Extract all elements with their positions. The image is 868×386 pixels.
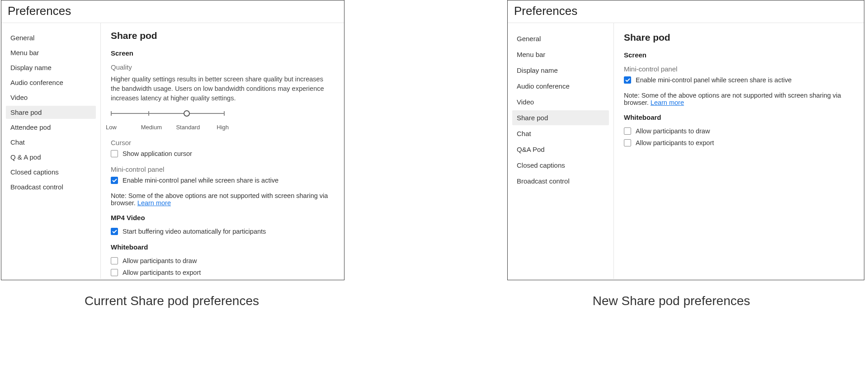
- quality-description: Higher quality settings results in bette…: [111, 75, 334, 103]
- sidebar-item-chat[interactable]: Chat: [6, 136, 96, 149]
- wb-export-label: Allow participants to export: [123, 269, 201, 276]
- mini-control-heading: Mini-control panel: [111, 165, 334, 173]
- slider-labels: Low Medium Standard High: [106, 124, 229, 131]
- page-heading: Share pod: [624, 32, 854, 43]
- learn-more-link[interactable]: Learn more: [651, 99, 684, 106]
- note-text: Note: Some of the above options are not …: [111, 192, 334, 207]
- wb-draw-checkbox[interactable]: [111, 257, 118, 264]
- content-left: Share pod Screen Quality Higher quality …: [101, 23, 344, 279]
- mini-control-checkbox[interactable]: [624, 76, 631, 84]
- wb-draw-label: Allow participants to draw: [636, 127, 710, 135]
- wb-export-label: Allow participants to export: [636, 139, 714, 146]
- sidebar-item-audioconf[interactable]: Audio conference: [6, 76, 96, 89]
- sidebar-right: General Menu bar Display name Audio conf…: [508, 23, 614, 279]
- sidebar-item-sharepod[interactable]: Share pod: [512, 110, 609, 125]
- sidebar-left: General Menu bar Display name Audio conf…: [1, 23, 101, 279]
- caption-current: Current Share pod preferences: [0, 294, 344, 308]
- sidebar-item-video[interactable]: Video: [512, 94, 609, 109]
- panel-title: Preferences: [1, 0, 344, 23]
- sidebar-item-chat[interactable]: Chat: [512, 126, 609, 141]
- sidebar-item-displayname[interactable]: Display name: [512, 63, 609, 78]
- sidebar-item-audioconf[interactable]: Audio conference: [512, 79, 609, 94]
- sidebar-item-menubar[interactable]: Menu bar: [512, 47, 609, 62]
- new-preferences-panel: Preferences General Menu bar Display nam…: [507, 0, 864, 280]
- page-heading: Share pod: [111, 30, 334, 41]
- sidebar-item-qapod[interactable]: Q&A Pod: [512, 142, 609, 157]
- sidebar-item-menubar[interactable]: Menu bar: [6, 46, 96, 59]
- wb-export-checkbox[interactable]: [624, 139, 631, 146]
- caption-new: New Share pod preferences: [493, 294, 850, 308]
- quality-slider[interactable]: [111, 109, 224, 121]
- sidebar-item-video[interactable]: Video: [6, 91, 96, 104]
- sidebar-item-closedcaptions[interactable]: Closed captions: [512, 158, 609, 173]
- learn-more-link[interactable]: Learn more: [137, 199, 171, 207]
- wb-draw-checkbox[interactable]: [624, 127, 631, 135]
- wb-draw-label: Allow participants to draw: [123, 257, 197, 264]
- sidebar-item-attendeepod[interactable]: Attendee pod: [6, 121, 96, 134]
- sidebar-item-broadcast[interactable]: Broadcast control: [512, 174, 609, 188]
- sidebar-item-closedcaptions[interactable]: Closed captions: [6, 165, 96, 179]
- sidebar-item-general[interactable]: General: [6, 31, 96, 44]
- mp4-buffer-label: Start buffering video automatically for …: [123, 228, 266, 235]
- screen-heading: Screen: [111, 49, 334, 57]
- panel-title: Preferences: [508, 0, 864, 23]
- screen-heading: Screen: [624, 51, 854, 59]
- note-text: Note: Some of the above options are not …: [624, 92, 854, 106]
- slider-handle[interactable]: [184, 110, 190, 117]
- quality-heading: Quality: [111, 63, 334, 71]
- current-preferences-panel: Preferences General Menu bar Display nam…: [1, 0, 344, 280]
- mini-control-heading: Mini-control panel: [624, 65, 854, 73]
- whiteboard-heading: Whiteboard: [111, 243, 334, 251]
- sidebar-item-general[interactable]: General: [512, 31, 609, 46]
- mp4-buffer-checkbox[interactable]: [111, 228, 118, 235]
- whiteboard-heading: Whiteboard: [624, 113, 854, 121]
- show-cursor-label: Show application cursor: [123, 150, 192, 157]
- mini-control-checkbox[interactable]: [111, 177, 118, 184]
- content-right: Share pod Screen Mini-control panel Enab…: [614, 23, 864, 279]
- show-cursor-checkbox[interactable]: [111, 150, 118, 157]
- cursor-heading: Cursor: [111, 139, 334, 146]
- mini-control-label: Enable mini-control panel while screen s…: [123, 177, 278, 184]
- sidebar-item-qapod[interactable]: Q & A pod: [6, 151, 96, 164]
- mp4-heading: MP4 Video: [111, 214, 334, 221]
- sidebar-item-displayname[interactable]: Display name: [6, 61, 96, 74]
- sidebar-item-broadcast[interactable]: Broadcast control: [6, 180, 96, 193]
- wb-export-checkbox[interactable]: [111, 269, 118, 276]
- sidebar-item-sharepod[interactable]: Share pod: [6, 106, 96, 119]
- mini-control-label: Enable mini-control panel while screen s…: [636, 76, 792, 84]
